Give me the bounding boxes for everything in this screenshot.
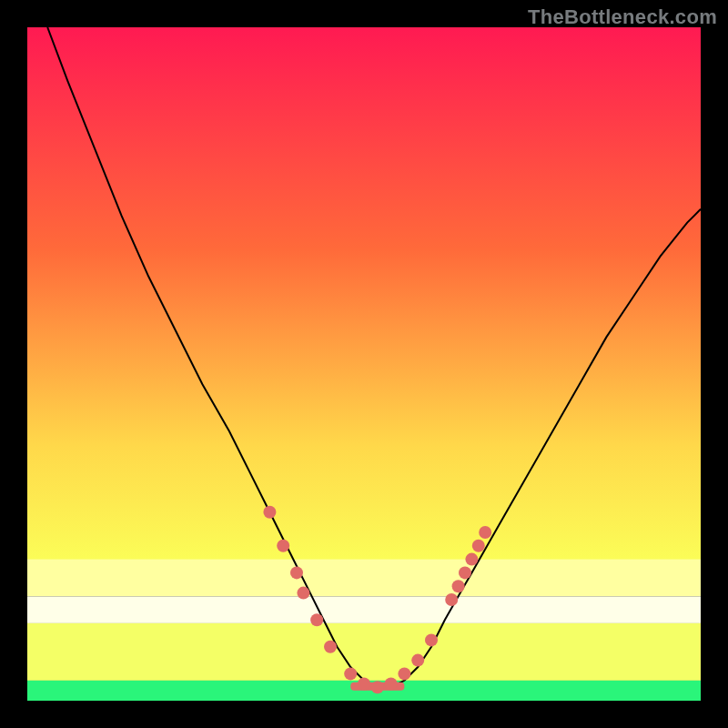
marker-dot — [445, 593, 458, 606]
marker-dot — [297, 587, 309, 600]
marker-dot — [310, 613, 323, 626]
watermark-label: TheBottleneck.com — [528, 5, 717, 29]
lower-yellow-band — [27, 623, 701, 681]
marker-dot — [472, 540, 485, 552]
marker-dot — [358, 678, 370, 691]
marker-dot — [371, 681, 384, 693]
marker-dot — [290, 566, 303, 579]
pale-band — [27, 560, 701, 597]
marker-dot — [452, 580, 465, 592]
marker-dot — [479, 526, 491, 539]
chart-frame: TheBottleneck.com — [0, 0, 728, 728]
marker-dot — [324, 641, 337, 653]
marker-dot — [459, 566, 471, 579]
marker-dot — [425, 633, 438, 646]
marker-dot — [465, 553, 478, 566]
marker-dot — [398, 667, 410, 680]
plot-area — [27, 27, 701, 701]
marker-dot — [411, 654, 424, 667]
chart-svg — [27, 27, 701, 701]
marker-dot — [385, 678, 398, 691]
white-band — [27, 596, 701, 623]
marker-dot — [277, 540, 289, 552]
marker-dot — [263, 506, 276, 519]
marker-dot — [344, 667, 357, 680]
